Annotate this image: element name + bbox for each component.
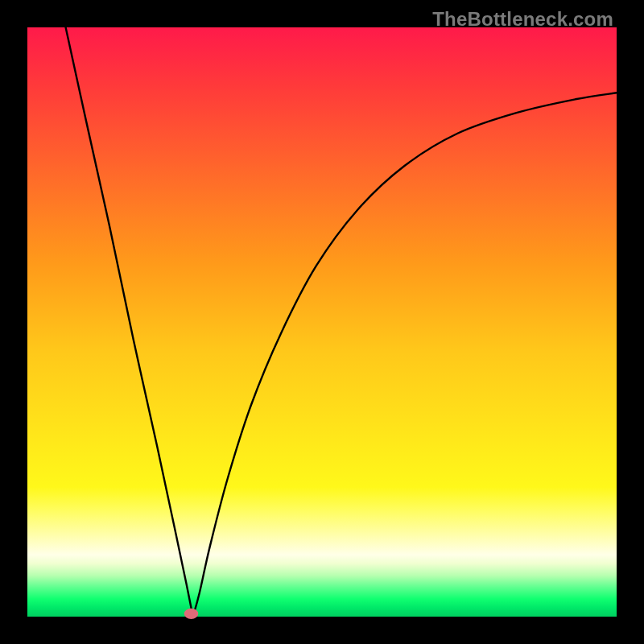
bottleneck-curve-left <box>66 27 193 617</box>
min-point-marker <box>184 609 199 619</box>
chart-container: TheBottleneck.com <box>0 0 644 644</box>
curve-layer <box>27 27 617 617</box>
bottleneck-curve-right <box>193 93 617 617</box>
